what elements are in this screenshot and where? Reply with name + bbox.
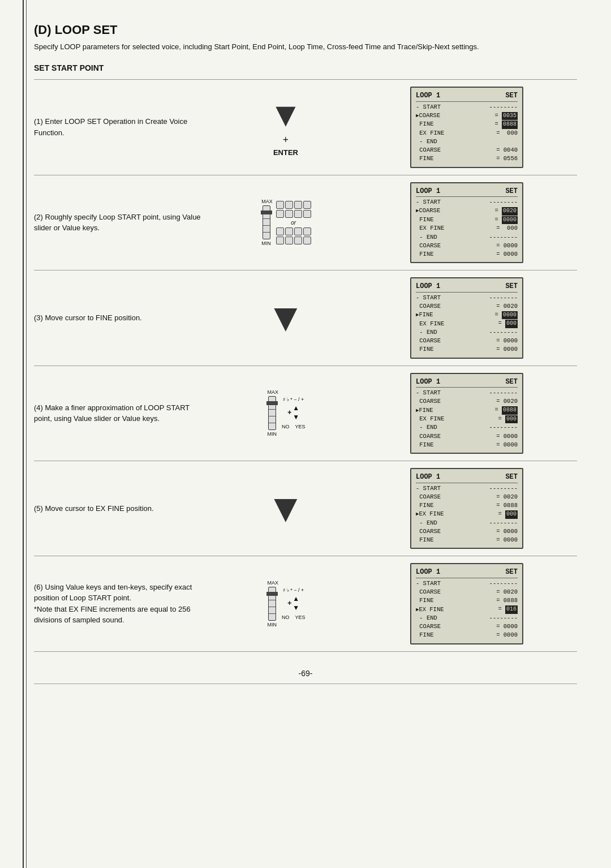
lcd-row: FINE= 0000 [416, 536, 518, 544]
lcd-row: COARSE= 0000 [416, 432, 518, 441]
key-button[interactable] [285, 227, 293, 235]
key-button[interactable] [276, 237, 284, 244]
key-button[interactable] [276, 201, 284, 209]
slider-line [269, 607, 276, 607]
lcd-row: FINE= 0000 [416, 345, 518, 354]
lcd-row: ►EX FINE= 000 [416, 510, 518, 519]
down-arrow-key[interactable]: ▼ [292, 604, 299, 612]
step-row-4: (4) Make a finer approximation of LOOP S… [34, 366, 577, 461]
lcd-row: - END-------- [416, 328, 518, 337]
key-button[interactable] [294, 237, 302, 244]
slider-column: MAXMIN [266, 580, 278, 628]
yes-label: YES [295, 615, 306, 620]
lcd-row: COARSE= 0020 [416, 397, 518, 406]
yes-label: YES [295, 424, 306, 429]
lcd-row: EX FINE= 000 [416, 319, 518, 328]
arrow-only-diagram: ▼ [221, 478, 351, 540]
lcd-row: - START-------- [416, 484, 518, 493]
lcd-header: LOOP 1SET [416, 282, 518, 292]
plus-key[interactable]: + [287, 409, 291, 416]
slider-track[interactable] [268, 396, 276, 430]
slider-line [269, 416, 276, 416]
plus-minus-row: ♯ ♭ * − / + [283, 397, 304, 402]
section-header: SET START POINT [34, 63, 577, 72]
lcd-row: - END-------- [416, 423, 518, 432]
key-button[interactable] [285, 237, 293, 244]
slider-track[interactable] [263, 205, 270, 239]
no-label: NO [282, 615, 290, 620]
min-label: MIN [261, 240, 271, 246]
key-button[interactable] [303, 201, 311, 209]
lcd-row: FINE= 0000 [416, 441, 518, 449]
key-button[interactable] [276, 210, 284, 218]
or-label: or [291, 220, 296, 226]
step-diagram-1: ▼+ENTER [221, 96, 351, 158]
slider-diagram: MAXMIN♯ ♭ * − / ++▲▼NOYES [266, 580, 305, 628]
plus-key[interactable]: + [287, 599, 291, 607]
slider-track[interactable] [268, 587, 276, 621]
lcd-screen: LOOP 1SET- START-------- COARSE= 0020►FI… [410, 373, 523, 454]
key-button[interactable] [285, 201, 293, 209]
step-screen-6: LOOP 1SET- START-------- COARSE= 0020 FI… [356, 563, 577, 644]
step-diagram-2: MAXMINor [221, 191, 351, 253]
key-button[interactable] [303, 237, 311, 244]
lcd-row: FINE= 0000 [416, 631, 518, 639]
arrow-key-row: +▲▼ [287, 404, 299, 421]
lcd-header: LOOP 1SET [416, 187, 518, 197]
lcd-row: COARSE= 0020 [416, 302, 518, 311]
up-arrow-key[interactable]: ▲ [292, 404, 299, 412]
lcd-row: FINE= 0556 [416, 154, 518, 163]
slider-line [269, 409, 276, 410]
enter-label: ENTER [273, 148, 298, 157]
slider-handle[interactable] [261, 210, 272, 214]
slider-diagram: MAXMIN♯ ♭ * − / ++▲▼NOYES [266, 389, 305, 437]
step-row-3: (3) Move cursor to FINE position.▼LOOP 1… [34, 270, 577, 365]
step-text-5: (5) Move cursor to EX FINE position. [34, 503, 215, 514]
key-button[interactable] [294, 201, 302, 209]
lcd-row: EX FINE= 000 [416, 415, 518, 424]
lcd-row: COARSE= 0020 [416, 493, 518, 501]
down-arrow-key[interactable]: ▼ [292, 413, 299, 421]
step-diagram-5: ▼ [221, 478, 351, 540]
min-label: MIN [267, 622, 277, 628]
step-text-2: (2) Roughly specify Loop START point, us… [34, 212, 215, 234]
lcd-row: - END-------- [416, 614, 518, 622]
lcd-header: LOOP 1SET [416, 472, 518, 483]
slider-line [263, 232, 270, 233]
arrow-keys-grid: ▲▼ [292, 404, 299, 421]
or-keys-column: ♯ ♭ * − / ++▲▼NOYES [282, 397, 306, 429]
plus-minus-row: ♯ ♭ * − / + [283, 587, 304, 593]
step-diagram-6: MAXMIN♯ ♭ * − / ++▲▼NOYES [221, 573, 351, 635]
key-button[interactable] [276, 227, 284, 235]
key-button[interactable] [285, 210, 293, 218]
page-subtitle: Specify LOOP parameters for selected voi… [34, 42, 577, 52]
pm-label: ♯ ♭ * − / + [283, 587, 304, 593]
enter-diagram: ▼+ENTER [269, 98, 302, 157]
step-row-5: (5) Move cursor to EX FINE position.▼LOO… [34, 461, 577, 556]
slider-line [269, 613, 276, 614]
key-grid [276, 227, 311, 244]
key-button[interactable] [294, 210, 302, 218]
lcd-row: FINE= 0888 [416, 120, 518, 129]
lcd-row: COARSE= 0000 [416, 242, 518, 250]
left-border [23, 0, 24, 868]
slider-column: MAXMIN [260, 199, 273, 246]
step-screen-2: LOOP 1SET- START--------►COARSE= 0020 FI… [356, 182, 577, 263]
lcd-row: - START-------- [416, 198, 518, 207]
lcd-row: FINE= 0888 [416, 596, 518, 605]
lcd-header: LOOP 1SET [416, 91, 518, 101]
arrow-only-diagram: ▼ [221, 287, 351, 349]
key-button[interactable] [294, 227, 302, 235]
max-label: MAX [267, 580, 278, 586]
key-button[interactable] [303, 227, 311, 235]
key-button[interactable] [303, 210, 311, 218]
up-arrow-key[interactable]: ▲ [292, 595, 299, 603]
slider-handle[interactable] [266, 592, 278, 596]
lcd-row: COARSE= 0000 [416, 527, 518, 536]
lcd-screen: LOOP 1SET- START--------►COARSE= 0020 FI… [410, 182, 523, 263]
step-diagram-4: MAXMIN♯ ♭ * − / ++▲▼NOYES [221, 382, 351, 444]
lcd-row: - START-------- [416, 294, 518, 302]
slider-handle[interactable] [266, 401, 278, 405]
lcd-row: FINE= 0888 [416, 501, 518, 510]
lcd-row: ►COARSE= 0020 [416, 207, 518, 216]
